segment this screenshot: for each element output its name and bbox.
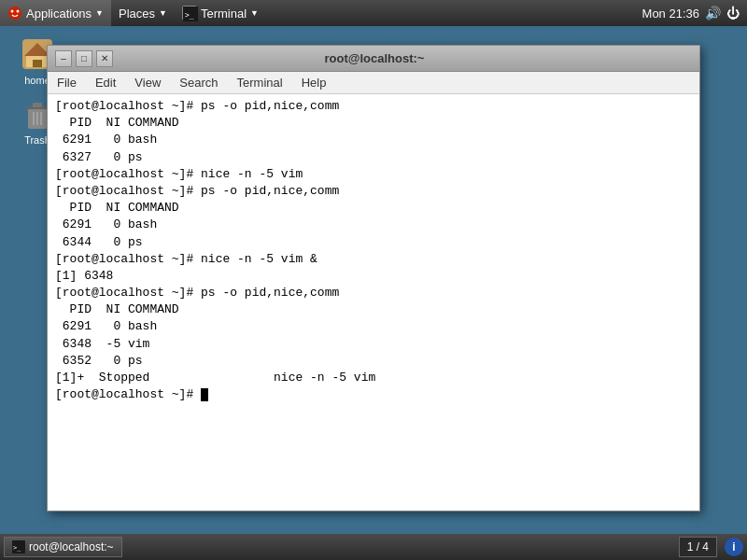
places-arrow: ▼ xyxy=(159,8,167,18)
svg-text:>_: >_ xyxy=(13,544,21,552)
info-icon[interactable]: i xyxy=(725,538,743,556)
terminal-menu-item[interactable]: Terminal xyxy=(228,72,292,93)
terminal-line: 6291 0 bash xyxy=(55,132,692,148)
terminal-line: [1]+ Stopped nice -n -5 vim xyxy=(55,370,692,386)
taskbar-top-right: Mon 21:36 🔊 ⏻ xyxy=(642,6,747,21)
terminal-line: PID NI COMMAND xyxy=(55,115,692,132)
terminal-line: [root@localhost ~]# xyxy=(55,386,692,403)
terminal-line: [1] 6348 xyxy=(55,268,692,285)
svg-text:>_: >_ xyxy=(185,11,194,20)
taskbar-bottom-right: 1 / 4 i xyxy=(679,537,743,557)
menu-bar: File Edit View Search Terminal Help xyxy=(48,72,699,94)
volume-icon[interactable]: 🔊 xyxy=(705,6,721,21)
terminal-line: 6352 0 ps xyxy=(55,353,692,370)
terminal-line: PID NI COMMAND xyxy=(55,301,692,318)
terminal-line: 6291 0 bash xyxy=(55,217,692,233)
taskbar-bottom-left: >_ root@localhost:~ xyxy=(4,537,122,557)
window-controls: – □ ✕ xyxy=(55,50,113,67)
terminal-arrow: ▼ xyxy=(250,8,259,18)
minimize-button[interactable]: – xyxy=(55,50,72,67)
terminal-line: [root@localhost ~]# nice -n -5 vim xyxy=(55,166,692,183)
terminal-line: 6291 0 bash xyxy=(55,318,692,335)
places-label: Places xyxy=(119,7,155,21)
close-button[interactable]: ✕ xyxy=(96,50,113,67)
terminal-line: 6327 0 ps xyxy=(55,149,692,166)
search-menu[interactable]: Search xyxy=(170,72,227,93)
taskbar-top-left: Applications ▼ Places ▼ >_ Terminal ▼ xyxy=(0,0,266,26)
terminal-line: [root@localhost ~]# ps -o pid,nice,comm xyxy=(55,285,692,301)
file-menu[interactable]: File xyxy=(48,72,86,93)
taskbar-top: Applications ▼ Places ▼ >_ Terminal ▼ Mo… xyxy=(0,0,747,26)
terminal-line: [root@localhost ~]# ps -o pid,nice,comm xyxy=(55,98,692,115)
terminal-line: 6348 -5 vim xyxy=(55,336,692,353)
terminal-window: – □ ✕ root@localhost:~ File Edit View Se… xyxy=(47,45,700,511)
terminal-label: Terminal xyxy=(201,7,247,21)
page-indicator: 1 / 4 xyxy=(679,537,717,557)
terminal-content[interactable]: [root@localhost ~]# ps -o pid,nice,comm … xyxy=(48,94,699,511)
svg-point-2 xyxy=(17,10,20,13)
svg-rect-11 xyxy=(33,103,42,107)
places-menu[interactable]: Places ▼ xyxy=(111,0,175,26)
terminal-taskbar-button[interactable]: >_ root@localhost:~ xyxy=(4,537,122,557)
applications-menu[interactable]: Applications ▼ xyxy=(0,0,111,26)
edit-menu[interactable]: Edit xyxy=(86,72,125,93)
taskbar-btn-label: root@localhost:~ xyxy=(29,540,114,553)
terminal-line: 6344 0 ps xyxy=(55,234,692,251)
taskbar-bottom: >_ root@localhost:~ 1 / 4 i xyxy=(0,534,747,560)
view-menu[interactable]: View xyxy=(125,72,170,93)
help-menu[interactable]: Help xyxy=(292,72,336,93)
applications-arrow: ▼ xyxy=(95,8,104,18)
terminal-line: [root@localhost ~]# ps -o pid,nice,comm xyxy=(55,183,692,200)
terminal-line: PID NI COMMAND xyxy=(55,200,692,217)
svg-point-0 xyxy=(8,7,21,20)
applications-label: Applications xyxy=(26,7,92,21)
power-icon[interactable]: ⏻ xyxy=(726,6,740,21)
window-title: root@localhost:~ xyxy=(113,51,636,65)
title-bar: – □ ✕ root@localhost:~ xyxy=(48,46,699,72)
clock: Mon 21:36 xyxy=(642,7,699,21)
terminal-menu[interactable]: >_ Terminal ▼ xyxy=(175,0,266,26)
svg-rect-8 xyxy=(33,60,42,67)
maximize-button[interactable]: □ xyxy=(76,50,92,67)
terminal-line: [root@localhost ~]# nice -n -5 vim & xyxy=(55,251,692,268)
desktop: home Trash – □ ✕ root@localhost:~ xyxy=(0,26,747,534)
terminal-cursor xyxy=(201,388,208,401)
svg-point-1 xyxy=(11,10,14,13)
